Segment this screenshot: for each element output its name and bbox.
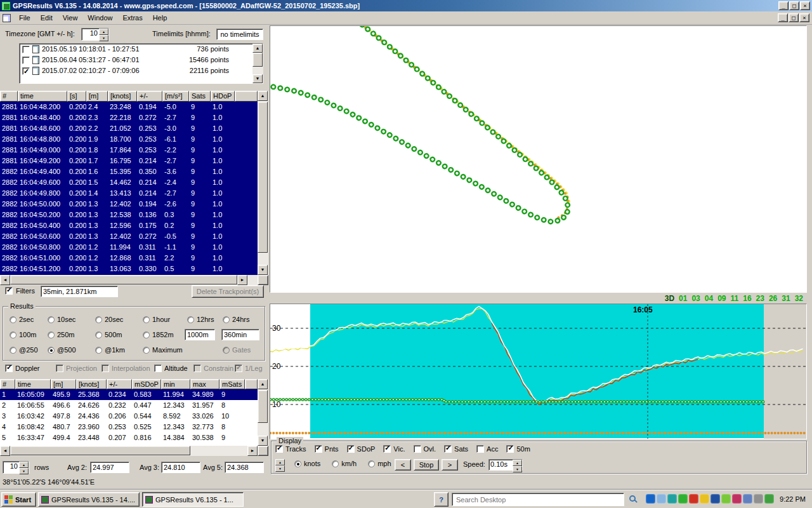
table-row[interactable]: 2881916:04:49.2000.2001.716.7950.214-2.7… [0, 156, 258, 166]
radio-icon[interactable] [48, 331, 55, 338]
scroll-left-icon[interactable]: ◄ [0, 275, 10, 285]
table-row[interactable]: 216:06:55496.624.6260.2320.44712.34331.9… [0, 400, 258, 411]
spin-down-icon[interactable]: ▼ [275, 465, 285, 472]
checkbox-icon[interactable] [193, 364, 201, 372]
column-header[interactable]: +/- [107, 379, 132, 389]
radio-icon[interactable] [368, 460, 375, 467]
radio-icon[interactable] [143, 331, 150, 338]
radio-icon[interactable] [95, 347, 102, 354]
checkbox-altitude[interactable]: Altitude [154, 363, 188, 373]
column-header[interactable] [235, 91, 258, 102]
table-row[interactable]: 2882616:04:50.6000.2001.312.4020.272-0.5… [0, 231, 258, 242]
power-icon[interactable] [764, 494, 774, 504]
step-back-button[interactable]: < [395, 459, 411, 471]
track-list-item[interactable]: 2015.05.19 10:18:01 - 10:27:51736 points [20, 44, 263, 55]
security-icon[interactable] [732, 494, 742, 504]
column-header[interactable]: mSats [219, 379, 245, 389]
radio-icon[interactable] [10, 347, 16, 354]
radio-icon[interactable] [10, 316, 16, 323]
scroll-up-icon[interactable]: ▲ [258, 379, 268, 389]
scroll-down-icon[interactable]: ▼ [258, 436, 268, 446]
checkbox-constrain[interactable]: Constrain [193, 363, 233, 373]
child-close-button[interactable]: × [799, 13, 809, 22]
menu-extras[interactable]: Extras [117, 12, 147, 23]
column-header[interactable]: mSDoP [132, 379, 161, 389]
checkbox-tracks[interactable]: Tracks [275, 445, 306, 453]
column-header[interactable]: min [161, 379, 190, 389]
column-header[interactable]: +/- [137, 91, 162, 102]
table-row[interactable]: 316:03:42497.824.4360.2060.5448.59233.02… [0, 411, 258, 422]
checkbox-icon[interactable] [506, 445, 514, 453]
checkbox-icon[interactable] [414, 445, 421, 453]
child-minimize-button[interactable]: _ [778, 13, 788, 22]
column-header[interactable]: [knots] [76, 379, 107, 389]
table-row[interactable]: 516:33:47499.423.4480.2070.81614.38430.5… [0, 432, 258, 443]
radio-500[interactable]: @500 [48, 345, 76, 355]
table-row[interactable]: 2881616:04:48.6000.2002.221.0520.253-3.0… [0, 123, 258, 134]
table-row[interactable]: 2881816:04:49.0000.2001.817.8640.253-2.2… [0, 145, 258, 156]
scroll-down-icon[interactable]: ▼ [258, 265, 268, 275]
checkbox-icon[interactable] [347, 445, 355, 453]
checkbox-50m[interactable]: 50m [506, 445, 530, 453]
radio-12hrs[interactable]: 12hrs [187, 314, 214, 324]
checkbox-interpolation[interactable]: Interpolation [102, 363, 150, 373]
radio-20sec[interactable]: 20sec [95, 314, 123, 324]
checkbox-icon[interactable] [102, 364, 109, 372]
radio-icon[interactable] [223, 316, 230, 323]
checkbox-icon[interactable] [444, 445, 452, 453]
column-header[interactable]: time [18, 91, 67, 102]
table-row[interactable]: 2882116:04:49.6000.2001.514.4620.214-2.4… [0, 177, 258, 188]
timelimits-field[interactable]: no timelimits [216, 29, 263, 40]
spin-down-icon[interactable]: ▼ [513, 466, 522, 472]
spin-up-icon[interactable]: ▲ [19, 462, 29, 468]
stop-button[interactable]: Stop [414, 459, 439, 471]
table-row[interactable]: 2881716:04:48.8000.2001.918.7000.253-6.1… [0, 134, 258, 145]
delete-trackpoints-button[interactable]: Delete Trackpoint(s) [192, 285, 264, 298]
radio-250[interactable]: @250 [10, 345, 38, 355]
volume-icon[interactable] [754, 494, 763, 504]
spin-up-icon[interactable]: ▲ [513, 460, 522, 466]
help-button[interactable]: ? [434, 492, 449, 507]
rows-spinner[interactable]: 10 ▲▼ [3, 461, 29, 474]
speed-spinner[interactable]: 0.10s ▲▼ [488, 459, 523, 471]
radio-mph[interactable]: mph [368, 460, 391, 467]
gps-icon[interactable] [721, 494, 731, 504]
column-header[interactable]: [m] [51, 379, 76, 389]
distance-field[interactable]: 1000m [185, 329, 215, 340]
task-button[interactable]: GPSResults V6.135 - 14.... [38, 492, 140, 507]
scrollbar-thumb[interactable] [10, 446, 190, 455]
search-magnifier-icon[interactable] [629, 495, 636, 502]
checkbox-sats[interactable]: Sats [444, 445, 468, 453]
column-header[interactable]: [m/s²] [162, 91, 189, 102]
track-list-scrollbar[interactable]: ▲ ▼ [252, 44, 263, 83]
radio-500m[interactable]: 500m [95, 330, 122, 340]
radio-knots[interactable]: knots [294, 460, 320, 467]
table-row[interactable]: 2882216:04:49.8000.2001.413.4130.214-2.7… [0, 188, 258, 199]
radio-icon[interactable] [95, 331, 102, 338]
bluetooth-icon[interactable] [646, 494, 655, 504]
checkbox-projection[interactable]: Projection [56, 363, 97, 373]
step-forward-button[interactable]: > [442, 459, 458, 471]
checkbox-doppler[interactable]: Doppler [5, 363, 40, 373]
table-row[interactable]: 2881416:04:48.2000.2002.423.2480.194-5.0… [0, 102, 258, 112]
spin-down-icon[interactable]: ▼ [19, 468, 29, 474]
radio-icon[interactable] [48, 316, 55, 323]
checkbox-acc[interactable]: Acc [476, 445, 498, 453]
checkbox-icon[interactable] [275, 445, 283, 453]
radio-2sec[interactable]: 2sec [10, 314, 34, 324]
checkbox-icon[interactable] [5, 364, 13, 372]
spin-down-icon[interactable]: ▼ [99, 35, 108, 41]
menu-edit[interactable]: Edit [36, 12, 58, 23]
column-header[interactable]: HDoP [211, 91, 235, 102]
table-row[interactable]: 2882016:04:49.4000.2001.615.3950.350-3.6… [0, 166, 258, 177]
document-icon[interactable] [3, 14, 11, 22]
radio-icon[interactable] [332, 460, 339, 467]
table-row[interactable]: 416:08:42480.723.9600.2530.52512.34332.7… [0, 422, 258, 432]
radio-icon[interactable] [143, 316, 150, 323]
table-row[interactable]: 2882916:04:51.2000.2001.313.0630.3300.59… [0, 264, 258, 274]
checkbox-sdop[interactable]: SDoP [347, 445, 376, 453]
column-header[interactable]: [s] [67, 91, 86, 102]
close-button[interactable]: × [800, 1, 810, 10]
speed-graph[interactable]: 30201016:05 [270, 304, 807, 439]
column-header[interactable]: Sats [189, 91, 211, 102]
